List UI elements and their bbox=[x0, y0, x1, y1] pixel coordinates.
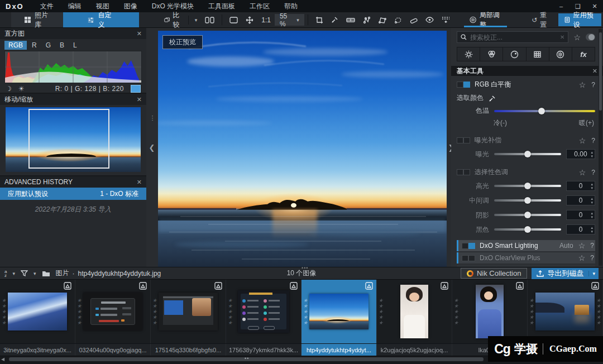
help-icon[interactable]: ? bbox=[591, 137, 595, 145]
menu-image[interactable]: 图像 bbox=[117, 0, 145, 12]
detail-group-icon[interactable] bbox=[503, 47, 526, 61]
thumbnail-filename-selected[interactable]: htp4yddytukhtp4yddyt... bbox=[302, 344, 377, 356]
star-rating[interactable]: ★★★★★ bbox=[596, 298, 601, 325]
star-rating[interactable]: ★★★★★ bbox=[379, 298, 383, 325]
thumbnail-image[interactable] bbox=[309, 294, 368, 329]
favorite-star-icon[interactable]: ☆ bbox=[579, 168, 586, 177]
apply-preset-button[interactable]: 应用预设 bbox=[558, 13, 601, 26]
thumbnail-image[interactable] bbox=[400, 285, 428, 338]
exposure-enable-checkbox[interactable] bbox=[457, 137, 470, 143]
exposure-slider[interactable] bbox=[494, 153, 561, 155]
exposure-value-input[interactable]: 0.00 ▴▾ bbox=[566, 149, 595, 159]
tab-l[interactable]: L bbox=[69, 41, 81, 50]
splitter-dots-icon[interactable]: •• bbox=[245, 356, 249, 361]
thumbnail-filename[interactable]: k2ugjacjoq5k2ugjacjoq... bbox=[377, 344, 452, 356]
minimize-button[interactable]: – bbox=[553, 0, 570, 12]
blacks-value-input[interactable]: 0▴▾ bbox=[566, 224, 595, 234]
zoom-1to1-button[interactable]: 1:1 bbox=[257, 12, 275, 27]
clear-search-icon[interactable]: ✕ bbox=[560, 34, 564, 40]
thumbnail-cell[interactable]: ★★★★★ bbox=[75, 280, 151, 343]
navigator-thumbnail[interactable] bbox=[6, 107, 141, 172]
selective-tone-enable-checkbox[interactable] bbox=[457, 169, 470, 175]
favorite-star-icon[interactable]: ☆ bbox=[578, 241, 586, 250]
basic-tools-close-icon[interactable]: ✕ bbox=[592, 68, 597, 75]
tab-customize[interactable]: 自定义 bbox=[63, 12, 139, 27]
thumbnail-cell[interactable]: ★★★★★ bbox=[226, 280, 302, 343]
pan-button[interactable] bbox=[242, 12, 257, 27]
thumbnail-cell[interactable]: ★★★★★ bbox=[151, 280, 226, 343]
reset-button[interactable]: ↺ 重置 bbox=[525, 12, 557, 27]
menu-help[interactable]: 帮助 bbox=[277, 0, 305, 12]
tab-g[interactable]: G bbox=[42, 41, 55, 50]
right-panel-scrollbar[interactable] bbox=[599, 29, 602, 266]
split-view-button[interactable] bbox=[201, 12, 218, 27]
repair-tool-button[interactable] bbox=[406, 12, 422, 27]
favorite-star-icon[interactable]: ☆ bbox=[579, 80, 586, 89]
favorite-star-icon[interactable]: ☆ bbox=[578, 253, 586, 262]
histogram-close-icon[interactable]: ✕ bbox=[137, 30, 142, 37]
smart-lighting-tool-row[interactable]: DxO Smart Lighting Auto ☆ ? bbox=[457, 240, 595, 251]
control-lines-tool-button[interactable] bbox=[375, 12, 390, 27]
thumbnail-cell-selected[interactable]: ★★★★★ bbox=[302, 280, 377, 343]
highlights-slider[interactable] bbox=[494, 185, 561, 187]
star-rating[interactable]: ★★★★★ bbox=[2, 298, 6, 325]
search-corrections-box[interactable]: ✕ bbox=[457, 31, 568, 43]
thumbnail-image[interactable] bbox=[159, 293, 218, 331]
local-adjustments-button[interactable]: 局部调整 bbox=[463, 12, 509, 27]
scroll-left-arrow-icon[interactable]: ◀ bbox=[1, 356, 4, 362]
light-group-icon[interactable] bbox=[457, 47, 480, 61]
navigator-viewport-rect[interactable] bbox=[28, 109, 109, 169]
midtones-value-input[interactable]: 0▴▾ bbox=[566, 195, 595, 205]
menu-edit[interactable]: 编辑 bbox=[61, 0, 89, 12]
filter-dropdown-arrow[interactable]: ▾ bbox=[34, 271, 36, 276]
temperature-slider[interactable] bbox=[494, 110, 595, 112]
control-points-tool-button[interactable] bbox=[359, 12, 375, 27]
temperature-slider-knob[interactable] bbox=[538, 108, 545, 114]
shadow-clipping-icon[interactable]: ☽ bbox=[6, 85, 12, 93]
smart-lighting-enable-checkbox[interactable] bbox=[462, 243, 475, 249]
shadows-value-input[interactable]: 0▴▾ bbox=[566, 210, 595, 220]
blacks-slider[interactable] bbox=[494, 228, 561, 231]
tab-photo-library[interactable]: 照片库 bbox=[11, 12, 63, 27]
highlight-clipping-icon[interactable]: ☀ bbox=[18, 85, 25, 93]
help-icon[interactable]: ? bbox=[591, 169, 595, 176]
stepper-arrows-icon[interactable]: ▴▾ bbox=[591, 150, 593, 158]
menu-workspace[interactable]: 工作区 bbox=[242, 0, 277, 12]
nik-collection-button[interactable]: Nik Collection bbox=[461, 268, 527, 279]
thumbnail-cell[interactable]: ★★★★★ ★★★★★ bbox=[528, 280, 603, 343]
geometry-group-icon[interactable] bbox=[527, 47, 549, 61]
photo-canvas[interactable]: 校正预览 bbox=[158, 31, 447, 267]
thumbnail-image[interactable] bbox=[8, 293, 67, 331]
wb-eyedropper-icon[interactable] bbox=[489, 94, 496, 102]
clearview-enable-checkbox[interactable] bbox=[462, 255, 475, 261]
thumbnail-cell[interactable]: ★★★★★ bbox=[452, 280, 528, 343]
tab-rgb[interactable]: RGB bbox=[4, 41, 27, 50]
brush-mask-tool-button[interactable] bbox=[390, 12, 406, 27]
thumbnail-image[interactable] bbox=[535, 293, 595, 331]
horizon-tool-button[interactable] bbox=[342, 12, 359, 27]
favorites-filter-icon[interactable]: ☆ bbox=[573, 33, 581, 42]
fit-screen-button[interactable] bbox=[226, 12, 242, 27]
thumbnail-image[interactable] bbox=[83, 293, 142, 331]
export-to-disk-button[interactable]: 导出到磁盘 ▾ bbox=[532, 268, 599, 279]
menu-tool-panels[interactable]: 工具面板 bbox=[201, 0, 242, 12]
thumbnail-filename[interactable]: 3itneyga0xq3itneyga0x... bbox=[0, 344, 75, 356]
local-adjust-group-icon[interactable] bbox=[549, 47, 572, 61]
color-picker-tool-button[interactable] bbox=[327, 12, 342, 27]
sort-dropdown-arrow[interactable]: ▾ bbox=[12, 271, 15, 276]
history-entry[interactable]: 应用默认预设 1 - DxO 标准 bbox=[0, 188, 146, 200]
color-group-icon[interactable] bbox=[480, 47, 503, 61]
help-icon[interactable]: ? bbox=[591, 81, 595, 89]
search-input[interactable] bbox=[470, 33, 557, 41]
star-rating[interactable]: ★★★★★ bbox=[454, 298, 458, 325]
thumbnail-image[interactable] bbox=[476, 285, 504, 338]
thumbnail-filename[interactable]: 032404u00qvg0ogjagq... bbox=[75, 344, 151, 356]
graduated-filter-tool-button[interactable] bbox=[438, 12, 454, 27]
thumbnail-filename[interactable]: 175145q330b6fgbgfs0... bbox=[151, 344, 226, 356]
active-corrections-toggle[interactable] bbox=[586, 33, 595, 41]
thumbnail-cell[interactable]: ★★★★★ bbox=[0, 280, 75, 343]
navigator-close-icon[interactable]: ✕ bbox=[137, 96, 142, 103]
star-rating[interactable]: ★★★★★ bbox=[303, 298, 308, 325]
filter-funnel-icon[interactable] bbox=[21, 270, 28, 276]
effects-group-icon[interactable]: fx bbox=[572, 47, 595, 61]
